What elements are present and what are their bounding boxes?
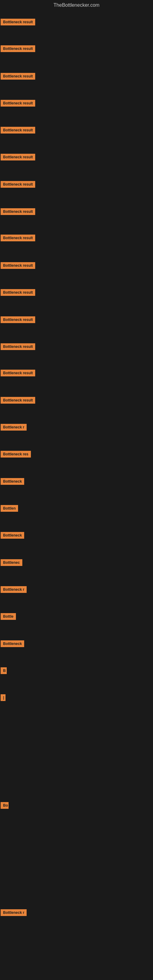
- list-item: Bottleneck result: [1, 317, 35, 324]
- bottleneck-badge: |: [1, 694, 5, 701]
- bottleneck-badge: Bottleneck result: [1, 100, 35, 107]
- bottleneck-badge: Bottleneck r: [1, 909, 27, 916]
- list-item: Bottleneck result: [1, 343, 35, 351]
- bottleneck-badge: Bottleneck result: [1, 181, 35, 188]
- bottleneck-badge: Bottleneck result: [1, 289, 35, 296]
- bottleneck-badge: Bottleneck result: [1, 343, 35, 350]
- list-item: Bottleneck result: [1, 127, 35, 135]
- bottleneck-badge: Bottleneck: [1, 478, 24, 485]
- list-item: Bottleneck result: [1, 208, 35, 216]
- list-item: Bottleneck result: [1, 370, 35, 378]
- list-item: Bottlen: [1, 505, 18, 513]
- bottleneck-badge: Bottlen: [1, 505, 18, 512]
- bottleneck-badge: Bottleneck r: [1, 586, 27, 593]
- list-item: Bottleneck result: [1, 262, 35, 270]
- bottleneck-badge: Bottleneck result: [1, 19, 35, 25]
- bottleneck-badge: Bottleneck result: [1, 235, 35, 241]
- bottleneck-badge: Bottleneck res: [1, 451, 31, 458]
- list-item: |: [1, 694, 5, 702]
- bottleneck-badge: Bottle: [1, 613, 16, 620]
- bottleneck-badge: Bottleneck: [1, 640, 24, 647]
- list-item: Bottleneck result: [1, 181, 35, 189]
- bottleneck-badge: Bottleneck result: [1, 127, 35, 134]
- bottleneck-badge: Bottleneck result: [1, 317, 35, 323]
- list-item: Bottleneck r: [1, 909, 27, 917]
- list-item: Bottleneck result: [1, 45, 35, 53]
- bottleneck-badge: Bottleneck result: [1, 397, 35, 404]
- bottleneck-badge: Bottleneck r: [1, 424, 27, 431]
- list-item: Bottlenec: [1, 559, 22, 567]
- list-item: Bottleneck r: [1, 424, 27, 432]
- list-item: Bottleneck result: [1, 73, 35, 81]
- list-item: Bottleneck result: [1, 289, 35, 297]
- site-title: TheBottlenecker.com: [0, 0, 153, 10]
- list-item: Bottleneck result: [1, 19, 35, 27]
- list-item: Bottleneck result: [1, 397, 35, 405]
- bottleneck-badge: Bottleneck result: [1, 262, 35, 269]
- list-item: Bottle: [1, 613, 16, 621]
- list-item: Bottleneck result: [1, 235, 35, 243]
- bottleneck-badge: Bottleneck result: [1, 45, 35, 52]
- bottleneck-badge: Bottleneck result: [1, 73, 35, 80]
- list-item: Bottleneck: [1, 478, 24, 486]
- list-item: Bottleneck result: [1, 154, 35, 162]
- bottleneck-badge: B: [1, 667, 7, 674]
- list-item: B: [1, 667, 7, 675]
- bottleneck-badge: Bottleneck result: [1, 370, 35, 376]
- list-item: Bottleneck: [1, 532, 24, 540]
- bottleneck-badge: Bottlenec: [1, 559, 22, 566]
- bottleneck-badge: Bottleneck: [1, 532, 24, 539]
- list-item: Bottleneck result: [1, 100, 35, 108]
- list-item: Bottleneck: [1, 640, 24, 648]
- bottleneck-badge: Bo: [1, 802, 9, 809]
- list-item: Bo: [1, 802, 9, 810]
- bottleneck-badge: Bottleneck result: [1, 154, 35, 161]
- bottleneck-badge: Bottleneck result: [1, 208, 35, 215]
- list-item: Bottleneck r: [1, 586, 27, 594]
- list-item: Bottleneck res: [1, 451, 31, 459]
